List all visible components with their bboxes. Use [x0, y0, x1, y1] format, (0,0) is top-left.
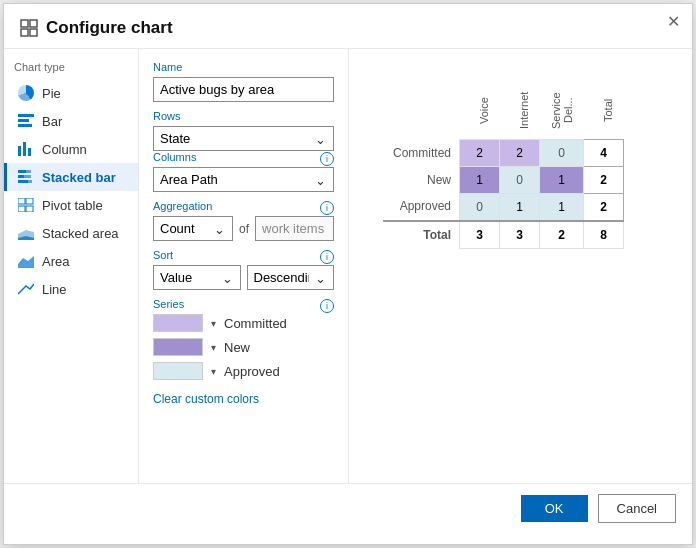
- svg-rect-9: [28, 148, 31, 156]
- svg-rect-11: [26, 170, 31, 173]
- table-row-total: Total 3 3 2 8: [383, 221, 624, 249]
- series-color-committed[interactable]: [153, 314, 203, 332]
- agg-label-row: Aggregation i: [153, 200, 334, 216]
- sidebar-item-label: Line: [42, 282, 67, 297]
- svg-rect-18: [18, 206, 25, 212]
- svg-rect-6: [18, 124, 32, 127]
- svg-rect-12: [18, 175, 24, 178]
- sort-field-select[interactable]: Value: [153, 265, 241, 290]
- cell-total: 2: [584, 193, 624, 221]
- bar-icon: [17, 112, 35, 130]
- name-label: Name: [153, 61, 334, 73]
- svg-rect-10: [18, 170, 26, 173]
- chart-type-sidebar: Chart type Pie Bar Column: [4, 49, 139, 483]
- series-name-new: New: [224, 340, 250, 355]
- sort-row: Value Descending: [153, 265, 334, 290]
- series-name-committed: Committed: [224, 316, 287, 331]
- series-label-row: Series i: [153, 298, 334, 314]
- close-button[interactable]: ✕: [667, 14, 680, 30]
- cell: 1: [500, 193, 540, 221]
- sidebar-item-stacked-area[interactable]: Stacked area: [4, 219, 138, 247]
- series-chevron-approved[interactable]: ▾: [211, 366, 216, 377]
- svg-rect-2: [21, 29, 28, 36]
- line-icon: [17, 280, 35, 298]
- sidebar-item-pie[interactable]: Pie: [4, 79, 138, 107]
- dialog-icon: [20, 19, 38, 37]
- cell: 0: [460, 193, 500, 221]
- area-icon: [17, 252, 35, 270]
- cell-total: 3: [460, 221, 500, 249]
- svg-rect-14: [18, 180, 28, 183]
- dialog-body: Chart type Pie Bar Column: [4, 49, 692, 483]
- pie-icon: [17, 84, 35, 102]
- cell-total: 4: [584, 139, 624, 166]
- sidebar-item-bar[interactable]: Bar: [4, 107, 138, 135]
- row-label-total: Total: [383, 221, 460, 249]
- svg-rect-19: [26, 206, 33, 212]
- chart-type-label: Chart type: [4, 61, 138, 79]
- preview-panel: Voice Internet Service Del... Total Comm…: [349, 49, 692, 483]
- sort-dir-select[interactable]: Descending: [247, 265, 335, 290]
- columns-info-icon[interactable]: i: [320, 152, 334, 166]
- sidebar-item-label: Pivot table: [42, 198, 103, 213]
- dialog-footer: OK Cancel: [4, 483, 692, 533]
- series-item-committed: ▾ Committed: [153, 314, 334, 332]
- svg-rect-16: [18, 198, 25, 204]
- ok-button[interactable]: OK: [521, 495, 588, 522]
- row-label-approved: Approved: [383, 193, 460, 221]
- series-color-new[interactable]: [153, 338, 203, 356]
- clear-colors-link[interactable]: Clear custom colors: [153, 392, 259, 406]
- series-label: Series: [153, 298, 184, 310]
- cell: 1: [540, 193, 584, 221]
- columns-select-wrap: Area Path: [153, 167, 334, 192]
- col-header-total: Total: [584, 79, 624, 139]
- series-item-approved: ▾ Approved: [153, 362, 334, 380]
- agg-select[interactable]: Count: [153, 216, 233, 241]
- config-panel: Name Rows State Columns i Area Path Aggr…: [139, 49, 349, 483]
- cell: 0: [540, 139, 584, 166]
- cancel-button[interactable]: Cancel: [598, 494, 676, 523]
- series-chevron-new[interactable]: ▾: [211, 342, 216, 353]
- stacked-area-icon: [17, 224, 35, 242]
- col-header-voice: Voice: [460, 79, 500, 139]
- sort-label: Sort: [153, 249, 173, 261]
- columns-select[interactable]: Area Path: [153, 167, 334, 192]
- agg-of-label: of: [239, 222, 249, 236]
- sidebar-item-pivot-table[interactable]: Pivot table: [4, 191, 138, 219]
- series-name-approved: Approved: [224, 364, 280, 379]
- agg-label: Aggregation: [153, 200, 212, 212]
- table-row: Committed 2 2 0 4: [383, 139, 624, 166]
- sort-label-row: Sort i: [153, 249, 334, 265]
- sort-info-icon[interactable]: i: [320, 250, 334, 264]
- series-info-icon[interactable]: i: [320, 299, 334, 313]
- table-row: New 1 0 1 2: [383, 166, 624, 193]
- series-color-approved[interactable]: [153, 362, 203, 380]
- sidebar-item-column[interactable]: Column: [4, 135, 138, 163]
- rows-label: Rows: [153, 110, 334, 122]
- svg-rect-4: [18, 114, 34, 117]
- sidebar-item-line[interactable]: Line: [4, 275, 138, 303]
- columns-label-row: Columns i: [153, 151, 334, 167]
- cell: 1: [460, 166, 500, 193]
- row-label-committed: Committed: [383, 139, 460, 166]
- sort-field-wrap: Value: [153, 265, 241, 290]
- agg-info-icon[interactable]: i: [320, 201, 334, 215]
- sidebar-item-area[interactable]: Area: [4, 247, 138, 275]
- dialog-title: Configure chart: [46, 18, 173, 38]
- rows-select[interactable]: State: [153, 126, 334, 151]
- sidebar-item-stacked-bar[interactable]: Stacked bar: [4, 163, 138, 191]
- sidebar-item-label: Area: [42, 254, 69, 269]
- table-row: Approved 0 1 1 2: [383, 193, 624, 221]
- cell-total: 2: [584, 166, 624, 193]
- svg-rect-15: [28, 180, 32, 183]
- svg-rect-7: [18, 146, 21, 156]
- data-table: Voice Internet Service Del... Total Comm…: [383, 79, 624, 249]
- series-chevron-committed[interactable]: ▾: [211, 318, 216, 329]
- agg-select-wrap: Count: [153, 216, 233, 241]
- row-label-new: New: [383, 166, 460, 193]
- name-input[interactable]: [153, 77, 334, 102]
- col-header-internet: Internet: [500, 79, 540, 139]
- sidebar-item-label: Bar: [42, 114, 62, 129]
- column-icon: [17, 140, 35, 158]
- agg-row: Count of: [153, 216, 334, 241]
